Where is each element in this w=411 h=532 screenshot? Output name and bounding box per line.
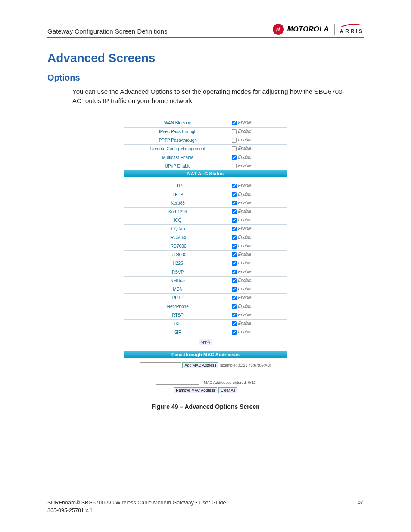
apply-button[interactable]: Apply [199, 339, 213, 345]
option-row: FTPEnable [124, 177, 287, 190]
enable-checkbox[interactable] [232, 227, 237, 231]
arris-swoosh-icon [340, 24, 361, 27]
enable-label: Enable [238, 243, 251, 248]
enable-label: Enable [238, 200, 251, 205]
enable-label: Enable [238, 278, 251, 283]
enable-checkbox[interactable] [232, 235, 237, 240]
enable-label: Enable [238, 252, 251, 257]
option-label: RSVP [124, 268, 231, 277]
option-label: IRC666x [124, 233, 231, 242]
option-label: Remote Config Management [124, 145, 231, 153]
enable-checkbox[interactable] [232, 330, 237, 335]
option-label: IRC7000 [124, 242, 231, 251]
option-row: Kerb88Enable [124, 199, 287, 208]
advanced-options-screenshot: WAN BlockingEnableIPsec Pass-throughEnab… [124, 114, 287, 398]
enable-checkbox[interactable] [232, 278, 237, 283]
enable-checkbox[interactable] [232, 201, 237, 205]
enable-label: Enable [238, 226, 251, 231]
enable-checkbox[interactable] [232, 155, 237, 160]
option-row: UPnP EnableEnable [124, 162, 287, 171]
remove-mac-address-button[interactable]: Remove MAC Address [174, 387, 217, 393]
footer-product-line: SURFboard® SBG6700-AC Wireless Cable Mod… [47, 499, 226, 507]
enable-checkbox[interactable] [232, 121, 237, 125]
enable-checkbox[interactable] [232, 164, 237, 168]
clear-all-button[interactable]: Clear All [218, 387, 237, 393]
enable-label: Enable [238, 286, 251, 291]
option-label: ICQTalk [124, 225, 231, 233]
enable-checkbox[interactable] [232, 261, 237, 266]
enable-checkbox[interactable] [232, 252, 237, 257]
mac-count-label: MAC Addresses entered: 0/32 [204, 380, 255, 385]
enable-label: Enable [238, 321, 251, 326]
enable-checkbox[interactable] [232, 296, 237, 300]
enable-checkbox[interactable] [232, 304, 237, 309]
enable-label: Enable [238, 235, 251, 240]
enable-label: Enable [238, 295, 251, 300]
enable-checkbox[interactable] [232, 146, 237, 151]
option-label: UPnP Enable [124, 162, 231, 171]
option-row: IKEEnable [124, 320, 287, 328]
option-label: ICQ [124, 216, 231, 225]
nat-table: FTPEnableTFTPEnableKerb88EnableKerb1293E… [124, 177, 287, 336]
option-row: PPTP Pass-throughEnable [124, 136, 287, 145]
enable-label: Enable [238, 146, 251, 151]
enable-label: Enable [238, 218, 251, 222]
option-label: MSN [124, 285, 231, 294]
option-row: IRC8000Enable [124, 251, 287, 259]
option-label: RTSP [124, 311, 231, 320]
option-row: Kerb1293Enable [124, 208, 287, 216]
mac-example-text: (example: 01:23:45:67:89:AB) [220, 363, 271, 367]
page-footer: SURFboard® SBG6700-AC Wireless Cable Mod… [47, 496, 364, 515]
option-row: MSNEnable [124, 285, 287, 294]
option-label: PPTP Pass-through [124, 136, 231, 145]
option-row: Multicast EnableEnable [124, 153, 287, 162]
enable-label: Enable [238, 192, 251, 196]
enable-checkbox[interactable] [232, 313, 237, 317]
option-row: RSVPEnable [124, 268, 287, 277]
option-row: Remote Config ManagementEnable [124, 145, 287, 153]
enable-checkbox[interactable] [232, 270, 237, 274]
option-row: SIPEnable [124, 328, 287, 337]
option-label: Multicast Enable [124, 153, 231, 162]
enable-checkbox[interactable] [232, 209, 237, 214]
enable-checkbox[interactable] [232, 321, 237, 326]
option-row: RTSPEnable [124, 311, 287, 320]
option-label: WAN Blocking [124, 114, 231, 128]
enable-label: Enable [238, 155, 251, 159]
footer-doc-number: 365-095-25781 x.1 [47, 507, 226, 515]
enable-label: Enable [238, 137, 251, 142]
option-label: FTP [124, 177, 231, 190]
option-label: IRC8000 [124, 251, 231, 259]
option-row: ICQTalkEnable [124, 225, 287, 233]
mac-address-listbox[interactable] [156, 371, 199, 385]
option-row: IRC666xEnable [124, 233, 287, 242]
enable-checkbox[interactable] [232, 244, 237, 249]
brand-block: MOTOROLA ARRIS [273, 24, 364, 35]
option-label: H225 [124, 259, 231, 268]
option-label: PPTP [124, 294, 231, 302]
mac-address-input[interactable] [140, 362, 181, 368]
option-label: Kerb88 [124, 199, 231, 208]
enable-checkbox[interactable] [232, 138, 237, 143]
enable-checkbox[interactable] [232, 192, 237, 197]
option-row: Net2PhoneEnable [124, 302, 287, 311]
passthrough-mac-header: Pass-through MAC Addresses [124, 351, 287, 358]
enable-label: Enable [238, 261, 251, 265]
page-header: Gateway Configuration Screen Definitions… [47, 24, 364, 38]
heading-options: Options [47, 73, 364, 83]
heading-advanced-screens: Advanced Screens [47, 51, 364, 65]
enable-label: Enable [238, 269, 251, 274]
option-row: ICQEnable [124, 216, 287, 225]
enable-checkbox[interactable] [232, 287, 237, 292]
enable-checkbox[interactable] [232, 184, 237, 188]
option-row: H225Enable [124, 259, 287, 268]
enable-label: Enable [238, 120, 251, 125]
option-label: Net2Phone [124, 302, 231, 311]
enable-checkbox[interactable] [232, 129, 237, 134]
add-mac-address-button[interactable]: Add MAC Address [182, 362, 218, 368]
enable-label: Enable [238, 330, 251, 334]
enable-checkbox[interactable] [232, 218, 237, 223]
options-description: You can use the Advanced Options to set … [72, 87, 352, 105]
option-label: IKE [124, 320, 231, 328]
motorola-logo-icon [273, 24, 284, 35]
